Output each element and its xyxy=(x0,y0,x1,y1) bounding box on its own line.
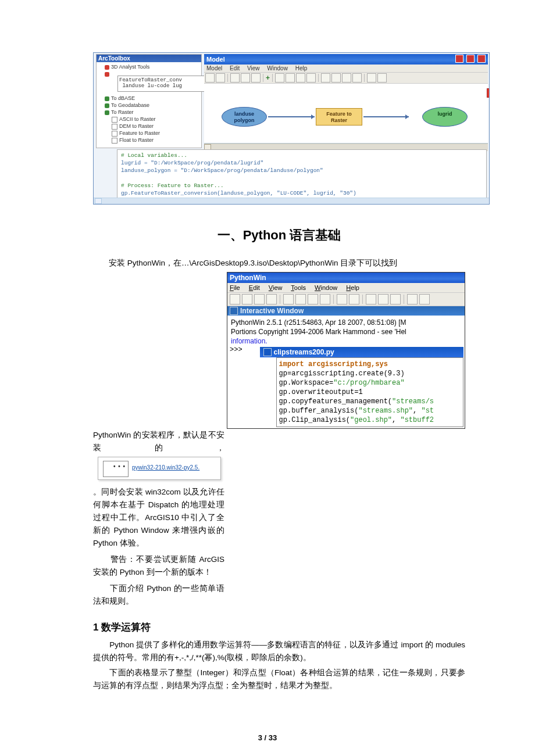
save-icon[interactable] xyxy=(254,294,265,304)
save-icon[interactable] xyxy=(205,73,215,83)
print-icon[interactable] xyxy=(216,73,225,83)
output-dataset-node[interactable]: lugrid xyxy=(422,107,468,127)
cut-icon[interactable] xyxy=(230,73,240,83)
copy-icon[interactable] xyxy=(283,294,294,304)
connect-icon[interactable] xyxy=(377,73,387,83)
menu-window[interactable]: Window xyxy=(267,65,288,71)
menu-edit[interactable]: Edit xyxy=(249,284,260,291)
subsection-heading: 1 数学运算符 xyxy=(93,621,465,634)
editor-titlebar: clipstreams200.py xyxy=(260,347,463,357)
tree-item[interactable]: 3D Analyst Tools xyxy=(105,63,201,70)
input-dataset-node[interactable]: landuse polygon xyxy=(222,107,267,127)
model-titlebar: Model xyxy=(204,54,488,65)
layout-icon[interactable] xyxy=(275,73,284,83)
installer-screenshot: • • • pywin32-210.win32-py2.5. xyxy=(98,457,221,480)
menu-tools[interactable]: Tools xyxy=(291,284,306,291)
banner-line: PythonWin 2.5.1 (r251:54863, Apr 18 2007… xyxy=(231,318,461,327)
arctoolbox-title: ArcToolbox xyxy=(97,55,201,62)
select-icon[interactable] xyxy=(367,73,376,83)
tree-item[interactable]: To Raster xyxy=(105,109,201,116)
pythonwin-toolbar xyxy=(227,292,465,306)
print-icon[interactable] xyxy=(419,294,430,304)
new-icon[interactable] xyxy=(230,294,240,304)
model-canvas[interactable]: landuse polygon Feature to Raster lugrid xyxy=(204,84,488,144)
copy2-icon[interactable] xyxy=(378,294,388,304)
add-data-icon[interactable]: + xyxy=(266,74,270,82)
math-para-1: Python 提供了多样化的通用数学运算符——多数编程语言的特征，以及许多通过 … xyxy=(93,639,465,664)
copy-icon[interactable] xyxy=(241,73,250,83)
menu-edit[interactable]: Edit xyxy=(230,65,240,71)
run-icon[interactable] xyxy=(295,294,306,304)
toolbox-icon xyxy=(105,65,109,70)
menu-view[interactable]: View xyxy=(247,65,260,71)
model-toolbar: + xyxy=(204,72,488,84)
left-para-2: 。同时会安装 win32com 以及允许任何脚本在基于 Dispatch 的地理… xyxy=(93,486,224,550)
page-number: 3 / 33 xyxy=(0,733,535,742)
python-prompt: >>> xyxy=(227,346,242,354)
menu-file[interactable]: File xyxy=(230,284,240,291)
undo-icon[interactable] xyxy=(337,294,347,304)
python-icon xyxy=(230,307,238,315)
maximize-icon[interactable] xyxy=(466,55,475,63)
tree-item[interactable]: ASCII to Raster xyxy=(105,116,201,123)
editor-title: clipstreams200.py xyxy=(274,348,334,356)
tree-item[interactable]: Feature to Raster xyxy=(105,130,201,137)
close-icon[interactable] xyxy=(487,88,490,98)
editor-body[interactable]: import arcgisscripting,sys gp=arcgisscri… xyxy=(276,357,463,427)
pythonwin-titlebar: PythonWin xyxy=(227,273,465,283)
pythonwin-menubar: File Edit View Tools Window Help xyxy=(227,283,465,292)
arcgis-screenshot: ArcToolbox 3D Analyst Tools FeatureToRas… xyxy=(93,52,490,205)
menu-help[interactable]: Help xyxy=(346,284,359,291)
arctoolbox-panel: ArcToolbox 3D Analyst Tools FeatureToRas… xyxy=(96,54,202,148)
page-scrollbar[interactable] xyxy=(94,198,489,204)
connector-arrow xyxy=(363,116,409,117)
interactive-window-title: Interactive Window xyxy=(240,307,304,315)
zoomout-icon[interactable] xyxy=(331,73,341,83)
tree-item[interactable]: To dBASE xyxy=(105,95,201,102)
pythonwin-title: PythonWin xyxy=(230,274,266,282)
paste-icon[interactable] xyxy=(251,73,261,83)
menu-window[interactable]: Window xyxy=(315,284,337,291)
left-para-1: PythonWin 的安装程序，默认是不安装的， xyxy=(93,429,224,454)
saveall-icon[interactable] xyxy=(266,294,277,304)
step-icon[interactable] xyxy=(320,294,330,304)
interactive-window-titlebar: Interactive Window xyxy=(227,306,465,316)
minimize-icon[interactable] xyxy=(455,55,463,63)
model-title: Model xyxy=(206,56,225,63)
redo-icon[interactable] xyxy=(349,294,359,304)
section-heading: 一、Python 语言基础 xyxy=(93,227,465,244)
installer-icon: • • • xyxy=(103,461,129,477)
command-preview: FeatureToRaster_conv landuse lu-code lug xyxy=(117,76,208,92)
python-export-code: # Local variables... lugrid = "D:/WorkSp… xyxy=(117,149,487,204)
tree-item[interactable]: Float to Raster xyxy=(105,137,201,144)
cut-icon[interactable] xyxy=(366,294,376,304)
tree-item[interactable]: DEM to Raster xyxy=(105,123,201,130)
open-icon[interactable] xyxy=(242,294,252,304)
menu-help[interactable]: Help xyxy=(295,65,308,71)
banner-line: Portions Copyright 1994-2006 Mark Hammon… xyxy=(231,327,461,336)
banner-link[interactable]: information. xyxy=(231,336,461,346)
intro-paragraph: 安装 PythonWin，在…\ArcGisDesktop9.3.iso\Des… xyxy=(93,257,465,270)
installer-filename[interactable]: pywin32-210.win32-py2.5. xyxy=(132,464,199,471)
paste-icon[interactable] xyxy=(390,294,401,304)
math-para-2: 下面的表格显示了整型（Integer）和浮点型（Float）各种组合运算的结果，… xyxy=(93,667,465,692)
check-icon[interactable] xyxy=(308,294,318,304)
tree-item[interactable]: To Geodatabase xyxy=(105,102,201,109)
menu-view[interactable]: View xyxy=(269,284,283,291)
interactive-window-body: PythonWin 2.5.1 (r251:54863, Apr 18 2007… xyxy=(227,316,465,346)
tool-node[interactable]: Feature to Raster xyxy=(316,108,362,126)
connector-arrow xyxy=(268,116,315,117)
close-icon[interactable] xyxy=(477,55,486,63)
pan-icon[interactable] xyxy=(342,73,351,83)
python-file-icon xyxy=(263,348,272,356)
autolayout-icon[interactable] xyxy=(286,73,295,83)
pythonwin-screenshot: PythonWin File Edit View Tools Window He… xyxy=(227,272,465,429)
find-icon[interactable] xyxy=(407,294,418,304)
warning-paragraph: 警告：不要尝试更新随 ArcGIS 安装的 Python 到一个新的版本！ xyxy=(93,553,224,579)
zoomin-icon[interactable] xyxy=(321,73,330,83)
left-para-3: 下面介绍 Python 的一些简单语法和规则。 xyxy=(93,582,224,608)
model-menubar: Model Edit View Window Help xyxy=(204,65,488,72)
menu-model[interactable]: Model xyxy=(206,65,222,71)
modelbuilder-window: Model Model Edit View Window Help xyxy=(204,54,488,146)
